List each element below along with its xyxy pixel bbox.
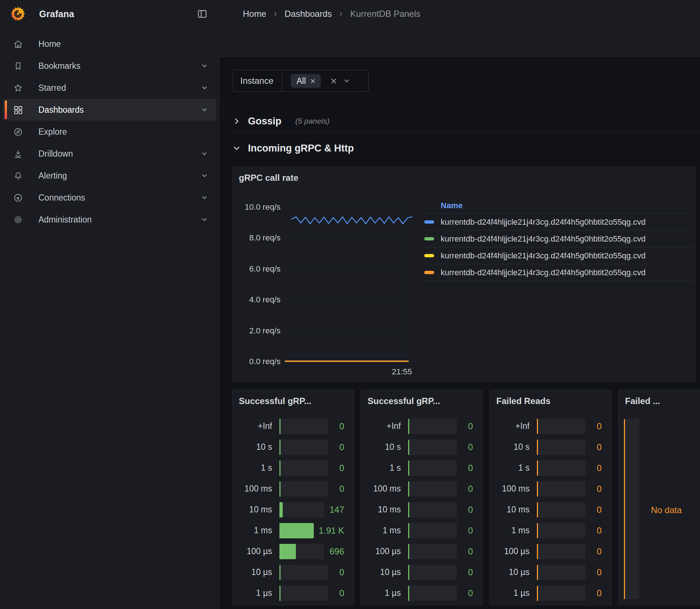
bar-gauge-list: +Inf010 s01 s0100 ms010 ms01 ms0100 µs01… (496, 416, 602, 604)
bucket-label: 10 s (367, 442, 401, 452)
bucket-row: 10 µs0 (496, 562, 602, 583)
bucket-label: 10 ms (496, 505, 530, 515)
bucket-row: 100 ms0 (367, 478, 473, 499)
chevron-down-icon[interactable] (201, 194, 208, 201)
sidebar-item-label: Explore (38, 127, 67, 137)
app-title: Grafana (39, 9, 74, 19)
bucket-bar-min-line (537, 440, 538, 455)
legend-series-row[interactable]: kurrentdb-d24f4hljjcle21j4r3cg.d24f4h5g0… (419, 214, 693, 231)
bucket-bar-min-line (408, 419, 409, 434)
chevron-down-icon[interactable] (201, 216, 208, 223)
sidebar-item-home[interactable]: Home (3, 33, 216, 55)
chevron-down-icon[interactable] (201, 150, 208, 157)
dashboards-icon (13, 105, 23, 115)
sidebar-item-label: Home (38, 39, 61, 49)
bucket-value: 0 (591, 526, 602, 536)
chevron-down-icon[interactable] (201, 62, 208, 70)
y-axis-tick: 4.0 req/s (249, 295, 281, 304)
legend-series-name: kurrentdb-d24f4hljjcle21j4r3cg.d24f4h5g0… (441, 234, 646, 244)
bucket-value: 0 (333, 588, 344, 598)
panel-failed: Failed ... No data (618, 390, 700, 605)
panel-title[interactable]: Successful gRP... (239, 396, 311, 406)
row-header-gossip[interactable]: Gossip (5 panels) (233, 111, 330, 131)
x-axis-tick: 21:55 (392, 367, 412, 376)
bucket-value: 147 (330, 505, 344, 515)
chevron-down-icon[interactable] (201, 172, 208, 179)
bucket-label: 1 µs (496, 588, 530, 598)
dashboard-canvas: Instance All Gossip (220, 57, 700, 609)
panel-title[interactable]: Successful gRP... (368, 396, 440, 406)
remove-tag-icon[interactable] (310, 78, 316, 84)
sidebar-item-administration[interactable]: Administration (3, 209, 216, 231)
sidebar-item-dashboards[interactable]: Dashboards (3, 99, 216, 121)
chevron-down-icon[interactable] (201, 84, 208, 91)
sidebar-item-bookmarks[interactable]: Bookmarks (3, 55, 216, 77)
breadcrumb-home[interactable]: Home (243, 9, 266, 19)
panel-title[interactable]: Failed Reads (496, 396, 550, 406)
chevron-down-icon[interactable] (343, 77, 350, 85)
bucket-value: 0 (462, 421, 473, 431)
chevron-right-icon[interactable] (233, 117, 243, 125)
bucket-value: 1.91 K (319, 526, 344, 536)
filter-label: Instance (233, 70, 282, 91)
panel-failed-reads: Failed Reads +Inf010 s01 s0100 ms010 ms0… (489, 390, 611, 605)
filter-selected-tag[interactable]: All (291, 74, 321, 88)
bucket-row: +Inf0 (496, 416, 602, 437)
chevron-down-icon[interactable] (201, 106, 208, 113)
bucket-bar-track (279, 460, 328, 476)
chevron-right-icon (272, 11, 279, 17)
bucket-value: 0 (462, 463, 473, 473)
panel-title[interactable]: Failed ... (625, 396, 660, 406)
bucket-bar-min-line (279, 544, 281, 559)
y-axis-tick: 8.0 req/s (249, 233, 281, 242)
bucket-bar-track (408, 544, 457, 559)
row-title: Gossip (248, 116, 282, 127)
bucket-row: 1 s0 (496, 457, 602, 478)
bucket-bar-track (537, 544, 586, 559)
chevron-down-icon[interactable] (233, 144, 243, 152)
bucket-bar-min-line (408, 586, 409, 601)
legend-series-row[interactable]: kurrentdb-d24f4hljjcle21j4r3cg.d24f4h5g0… (419, 264, 693, 281)
breadcrumb-current-page: KurrentDB Panels (350, 9, 420, 19)
bucket-value: 0 (333, 484, 344, 494)
bucket-row: 100 µs696 (238, 541, 344, 562)
breadcrumb: Home Dashboards KurrentDB Panels (243, 9, 421, 19)
bucket-bar-track (279, 419, 328, 434)
bucket-row: +Inf0 (238, 416, 344, 437)
filter-value-cell[interactable]: All (282, 70, 368, 91)
legend-header-name[interactable]: Name (419, 198, 693, 214)
legend-series-row[interactable]: kurrentdb-d24f4hljjcle21j4r3cg.d24f4h5g0… (419, 231, 693, 247)
sidebar-item-label: Starred (38, 83, 66, 93)
bar-gauge-list: +Inf010 s01 s0100 ms010 ms01 ms0100 µs01… (367, 416, 473, 604)
y-axis-tick: 6.0 req/s (249, 264, 281, 273)
sidebar-item-explore[interactable]: Explore (3, 121, 216, 143)
bucket-bar-min-line (537, 565, 538, 580)
bucket-label: 1 s (496, 463, 530, 473)
row-header-incoming-grpc[interactable]: Incoming gRPC & Http (233, 138, 354, 158)
bucket-row: +Inf0 (367, 416, 473, 437)
bucket-label: 1 µs (238, 588, 272, 598)
bucket-bar-track (279, 586, 328, 601)
bucket-row: 1 s0 (238, 457, 344, 478)
sidebar-item-starred[interactable]: Starred (3, 77, 216, 99)
sidebar-item-drilldown[interactable]: Drilldown (3, 143, 216, 165)
bucket-label: 1 µs (367, 588, 401, 598)
bucket-bar-track (408, 440, 457, 455)
sidebar-item-connections[interactable]: Connections (3, 187, 216, 209)
bucket-row: 1 ms0 (496, 520, 602, 541)
bucket-value: 696 (330, 546, 344, 557)
main-column: Home Dashboards KurrentDB Panels Instanc… (220, 0, 700, 609)
filter-tag-text: All (297, 76, 306, 86)
sidebar-item-alerting[interactable]: Alerting (3, 165, 216, 187)
instance-variable-filter: Instance All (233, 70, 369, 92)
clear-selection-icon[interactable] (330, 78, 337, 85)
bucket-label: 10 s (238, 442, 272, 452)
sidebar-toggle-icon[interactable] (195, 7, 210, 21)
breadcrumb-dashboards[interactable]: Dashboards (285, 9, 332, 19)
bucket-bar-track (408, 586, 457, 601)
bucket-bar-min-line (408, 544, 409, 559)
legend-series-row[interactable]: kurrentdb-d24f4hljjcle21j4r3cg.d24f4h5g0… (419, 247, 693, 264)
topbar: Home Dashboards KurrentDB Panels (220, 0, 700, 28)
bucket-value: 0 (462, 567, 473, 578)
chart-series-line (291, 217, 412, 224)
